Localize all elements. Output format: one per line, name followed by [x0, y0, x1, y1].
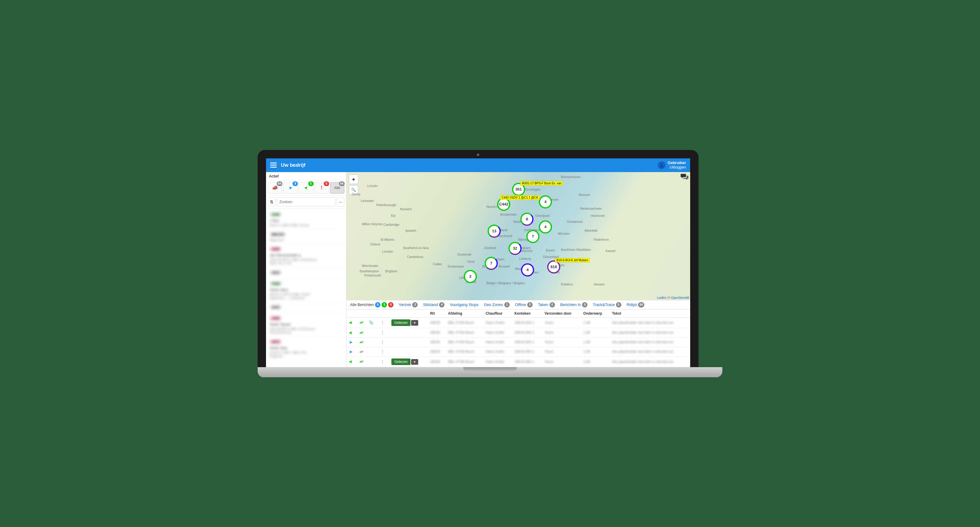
map-cluster[interactable]: 618 [548, 262, 559, 272]
layers-button[interactable]: ◈ [349, 174, 358, 184]
filter-megaphone[interactable]: 📣 84 [268, 182, 282, 193]
trip-list[interactable]: J140J Test2024-17 B05-6 BBL Scouts BBL07… [266, 208, 346, 367]
city-label: Peterborough [376, 203, 396, 207]
logout-link[interactable]: Uitloggen [668, 165, 686, 169]
map-cluster[interactable]: C442 [498, 199, 509, 210]
map-cluster[interactable]: 7 [528, 231, 538, 242]
city-label: Milton Keynes [362, 222, 382, 226]
receive-icon: ➤ [304, 185, 308, 190]
city-label: Winchester [362, 264, 378, 268]
tab-count: 0 [616, 302, 621, 308]
map-attribution: Leaflet | © OpenStreetM [657, 296, 689, 299]
map-cluster[interactable]: 13 [489, 226, 500, 236]
city-label: Oxford [370, 243, 380, 246]
column-header[interactable] [347, 310, 357, 318]
sort-button[interactable]: ⇅ [268, 198, 275, 206]
column-header[interactable]: Tekst [610, 310, 690, 318]
mark-read-button[interactable]: Gelezen [391, 358, 411, 365]
vehicle-tag[interactable]: M381-17-BPS-F Buck Es. van [520, 181, 563, 185]
leaflet-link[interactable]: Leaflet [657, 296, 666, 299]
row-menu-icon[interactable]: ⋮ [380, 320, 385, 325]
search-input[interactable] [277, 198, 336, 206]
map-cluster[interactable]: 4 [540, 196, 551, 207]
row-menu-icon[interactable]: ⋮ [380, 359, 385, 364]
column-header[interactable]: Rit [428, 310, 445, 318]
city-label: Southend-on-Sea [403, 246, 429, 250]
table-row[interactable]: ➤✔✔📎⋮Gelezen▼28028BBL 07/08 BuurtHans On… [347, 317, 690, 328]
city-label: Overijssel [535, 214, 550, 217]
map-cluster[interactable]: 351 [513, 184, 524, 195]
map-cluster[interactable]: 4 [540, 222, 551, 232]
tab-count: 5 [382, 302, 387, 308]
chat-icon [681, 173, 688, 180]
tab-count: 0 [527, 302, 533, 308]
table-row[interactable]: ➤✔✔⋮28028BBL 07/08 BuurtHans Ondin296-B-… [347, 328, 690, 337]
osm-link[interactable]: OpenStreetM [671, 296, 689, 299]
city-label: Portsmouth [364, 273, 381, 277]
row-menu-icon[interactable]: ⋮ [380, 330, 385, 335]
filter-received[interactable]: ➤ 5 [299, 182, 313, 193]
menu-button[interactable] [270, 163, 277, 168]
tab-stilstand[interactable]: Stilstand4 [423, 302, 444, 308]
map-cluster[interactable]: 32 [510, 243, 520, 254]
sidebar: Actief 📣 84 ➤ 8 ➤ 5 ! [266, 172, 347, 367]
city-label: Osnabrück [567, 220, 583, 224]
map-cluster[interactable]: 8 [522, 214, 532, 225]
filter-all[interactable]: Alle 84 [330, 182, 344, 193]
vehicle-tag[interactable]: B18-6-BUl-6 Jef Mutsen [555, 258, 590, 262]
column-header[interactable]: Chauffeur [483, 310, 512, 318]
sidebar-status[interactable]: Actief [266, 172, 346, 180]
table-row[interactable]: ➤✔✔⋮Gelezen▼28028BBL 07/08 BuurtHans Ond… [347, 356, 690, 367]
row-menu-icon[interactable]: ⋮ [380, 349, 385, 354]
column-header[interactable] [366, 310, 378, 318]
mark-read-dropdown[interactable]: ▼ [411, 320, 418, 326]
city-label: Paderborn [593, 238, 609, 241]
column-header[interactable] [378, 310, 389, 318]
map-cluster[interactable]: 2 [465, 271, 476, 282]
map[interactable]: ◈ 🔍 LincolnBremerhavenGroningenBremenEmm… [347, 172, 690, 300]
list-item: J200Tenlin Tauren296-08-BPS-4 BBL 07/28 … [268, 313, 344, 337]
map-cluster[interactable]: 7 [486, 258, 496, 269]
column-header[interactable]: Afdeling [445, 310, 483, 318]
city-label: Essen [546, 248, 555, 252]
filter-sent[interactable]: ➤ 8 [283, 182, 298, 193]
read-check-icon: ✔✔ [359, 359, 362, 364]
list-item: J010 [268, 302, 344, 313]
column-header[interactable]: Verzonden door [542, 310, 581, 318]
city-label: Bremerhaven [561, 175, 581, 179]
messages-table: RitAfdelingChauffeurKentekenVerzonden do… [347, 310, 690, 367]
filter-alerts[interactable]: ! 0 [315, 182, 329, 193]
map-cluster[interactable]: 4 [522, 265, 533, 275]
tab-voortgang-stops[interactable]: Voortgang Stops [450, 302, 478, 307]
more-button[interactable]: ··· [337, 198, 344, 206]
tab-geo-zones[interactable]: Geo Zones1 [484, 302, 509, 308]
city-label: Brighton [385, 269, 397, 273]
city-label: Ely [391, 214, 396, 217]
tab-alle-berichten[interactable]: Alle Berichten850 [350, 302, 393, 308]
vehicle-tag[interactable]: C442 VSDV 1 @C1 1 @CK [500, 195, 540, 200]
mark-read-dropdown[interactable]: ▼ [411, 359, 418, 365]
table-row[interactable]: ➤✔✔⋮28028BBL 07/08 BuurtHans Ondin296-B-… [347, 347, 690, 356]
list-item: BBL074Algemeen [268, 230, 344, 244]
tab-vertrek[interactable]: Vertrek3 [399, 302, 418, 308]
table-body: ➤✔✔📎⋮Gelezen▼28028BBL 07/08 BuurtHans On… [347, 317, 690, 367]
tab-track-trace[interactable]: Track&Trace0 [593, 302, 621, 308]
row-menu-icon[interactable]: ⋮ [380, 340, 385, 345]
tab-ritlijst[interactable]: Ritlijst84 [627, 302, 644, 308]
column-header[interactable] [389, 310, 428, 318]
mark-read-button[interactable]: Gelezen [391, 319, 411, 326]
incoming-icon: ➤ [349, 320, 353, 326]
tab-offline[interactable]: Offline0 [515, 302, 533, 308]
tab-berichten-in[interactable]: Berichten In0 [560, 302, 587, 308]
column-header[interactable] [357, 310, 366, 318]
list-item: J140J Test2024-17 B05-6 BBL Scouts [268, 210, 344, 230]
chat-button[interactable] [681, 173, 688, 181]
user-block[interactable]: Gebruiker Uitloggen [658, 161, 686, 169]
tab-taken[interactable]: Taken0 [538, 302, 555, 308]
table-row[interactable]: ➤✔✔⋮28028BBL 07/08 BuurtHans Ondin296-B-… [347, 337, 690, 347]
city-label: Groningen [525, 188, 540, 191]
column-header[interactable]: Onderwerp [581, 310, 610, 318]
city-label: Derby [352, 192, 360, 196]
column-header[interactable]: Kenteken [512, 310, 542, 318]
send-icon: ➤ [289, 185, 293, 190]
